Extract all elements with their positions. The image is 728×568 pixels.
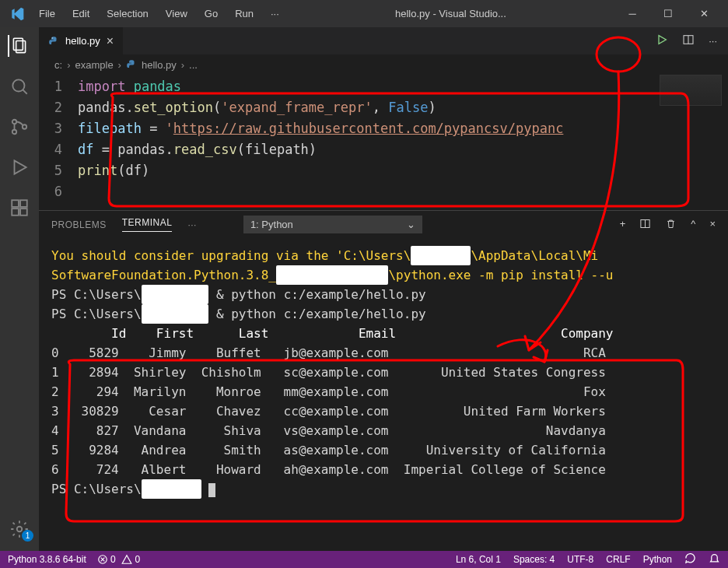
svg-point-22	[597, 37, 640, 72]
annotation-overlay	[0, 0, 728, 568]
